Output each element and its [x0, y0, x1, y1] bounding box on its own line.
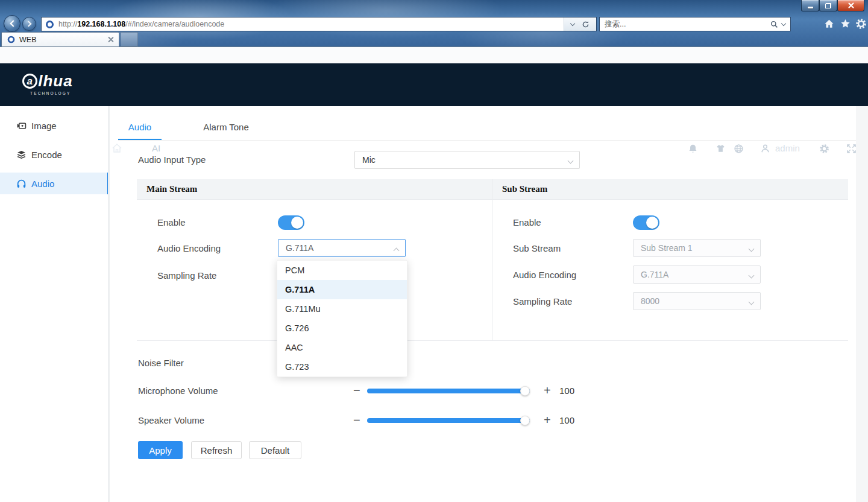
home-icon[interactable]: [823, 18, 835, 30]
sub-stream-label: Sub Stream: [513, 239, 561, 258]
search-input[interactable]: [605, 20, 770, 28]
dropdown-option-g711mu[interactable]: G.711Mu: [277, 299, 407, 319]
search-box: [599, 17, 791, 31]
sub-enable-label: Enable: [513, 213, 541, 232]
tab-bar-divider: [118, 140, 856, 141]
close-button[interactable]: [837, 0, 864, 11]
audio-input-type-select[interactable]: Mic: [354, 151, 580, 169]
speaker-volume-slider[interactable]: [367, 418, 530, 423]
sidebar-divider: [108, 106, 110, 502]
site-favicon-icon: [46, 21, 54, 28]
minimize-icon: [808, 7, 813, 8]
main-enable-label: Enable: [157, 213, 186, 232]
sidebar: Image Encode Audio: [0, 106, 108, 502]
address-dropdown-icon[interactable]: [570, 21, 575, 26]
default-button[interactable]: Default: [249, 441, 301, 459]
browser-chrome: http://192.168.1.108/#/index/camera/audi…: [0, 0, 868, 63]
forward-arrow-icon: [25, 21, 31, 27]
microphone-volume-label: Microphone Volume: [138, 381, 218, 401]
apply-button[interactable]: Apply: [138, 441, 183, 459]
main-audio-encoding-select[interactable]: G.711A: [278, 239, 406, 257]
new-tab-button[interactable]: [121, 32, 138, 46]
language-globe-icon[interactable]: [734, 144, 744, 154]
address-bar-controls: [564, 17, 596, 31]
settings-gear-icon[interactable]: [855, 18, 867, 30]
skin-theme-icon[interactable]: [715, 144, 726, 154]
speaker-volume-slider-knob[interactable]: [520, 416, 530, 425]
refresh-icon[interactable]: [582, 21, 590, 28]
dropdown-option-g726[interactable]: G.726: [277, 319, 407, 338]
minimize-button[interactable]: [801, 0, 819, 11]
alarm-bell-icon[interactable]: [688, 144, 698, 154]
right-gutter: [856, 106, 868, 502]
sidebar-item-encode[interactable]: Encode: [0, 144, 108, 165]
browser-tab[interactable]: WEB: [1, 32, 119, 46]
window-controls: [801, 0, 864, 11]
speaker-volume-label: Speaker Volume: [138, 411, 204, 430]
nav-home-icon[interactable]: [111, 142, 123, 154]
divider: [838, 143, 838, 154]
image-icon: [16, 121, 27, 131]
sub-sampling-rate-label: Sampling Rate: [513, 292, 572, 311]
tab-alarm-tone[interactable]: Alarm Tone: [193, 115, 259, 141]
speaker-volume-increase-button[interactable]: +: [544, 411, 551, 430]
chevron-up-icon: [394, 248, 400, 254]
tab-audio[interactable]: Audio: [118, 115, 162, 141]
tab-favicon-icon: [8, 36, 15, 43]
divider: [752, 143, 752, 154]
dropdown-option-aac[interactable]: AAC: [277, 338, 407, 357]
tab-title: WEB: [19, 36, 36, 44]
restore-button[interactable]: [819, 0, 837, 11]
main-audio-encoding-label: Audio Encoding: [157, 239, 221, 258]
panel-divider: [492, 179, 492, 341]
app-header: alhua TECHNOLOGY AI Camera admin: [0, 63, 868, 106]
main-enable-toggle[interactable]: [278, 215, 304, 230]
sidebar-item-image[interactable]: Image: [0, 115, 108, 136]
mic-volume-value: 100: [559, 381, 574, 401]
tab-close-icon[interactable]: [108, 37, 113, 42]
refresh-button[interactable]: Refresh: [191, 441, 242, 459]
noise-filter-label: Noise Filter: [138, 354, 184, 373]
dahua-logo: alhua TECHNOLOGY: [14, 72, 81, 95]
address-bar[interactable]: http://192.168.1.108/#/index/camera/audi…: [41, 17, 597, 31]
back-button[interactable]: [4, 15, 20, 32]
chevron-down-icon: [749, 299, 755, 305]
user-icon[interactable]: [760, 144, 770, 154]
divider: [706, 143, 707, 154]
url-text: http://192.168.1.108/#/index/camera/audi…: [58, 20, 224, 28]
sidebar-item-audio[interactable]: Audio: [0, 173, 108, 194]
fullscreen-icon[interactable]: [846, 144, 857, 154]
close-icon: [848, 2, 854, 8]
user-name[interactable]: admin: [775, 127, 800, 170]
dropdown-option-pcm[interactable]: PCM: [277, 261, 407, 280]
encode-icon: [16, 150, 27, 160]
mic-volume-increase-button[interactable]: +: [544, 381, 551, 401]
back-arrow-icon: [10, 20, 16, 27]
divider: [810, 143, 811, 154]
mic-volume-slider-knob[interactable]: [520, 386, 530, 396]
audio-encoding-dropdown: PCM G.711A G.711Mu G.726 AAC G.723: [277, 260, 407, 377]
chevron-down-icon: [749, 273, 755, 279]
sub-sampling-rate-select[interactable]: 8000: [633, 292, 761, 310]
main-sampling-rate-label: Sampling Rate: [157, 266, 216, 285]
sub-audio-encoding-label: Audio Encoding: [513, 265, 576, 285]
audio-input-type-label: Audio Input Type: [138, 150, 206, 170]
favorites-star-icon[interactable]: [840, 18, 851, 30]
sub-enable-toggle[interactable]: [633, 215, 659, 230]
header-gear-icon[interactable]: [819, 144, 829, 154]
main-stream-panel-header: Main Stream: [137, 179, 492, 200]
logo-subtitle: TECHNOLOGY: [14, 91, 81, 95]
dropdown-option-g711a[interactable]: G.711A: [277, 280, 407, 299]
sub-audio-encoding-select[interactable]: G.711A: [633, 265, 761, 284]
forward-button[interactable]: [22, 17, 36, 31]
audio-icon: [16, 179, 27, 189]
sub-stream-select[interactable]: Sub Stream 1: [633, 239, 761, 257]
chevron-down-icon: [568, 158, 574, 164]
favorites-bar: [0, 46, 868, 63]
mic-volume-slider[interactable]: [367, 389, 530, 393]
dropdown-option-g723[interactable]: G.723: [277, 357, 407, 376]
mic-volume-decrease-button[interactable]: −: [353, 381, 360, 401]
search-icon[interactable]: [770, 21, 778, 28]
search-dropdown-icon[interactable]: [781, 21, 786, 26]
speaker-volume-decrease-button[interactable]: −: [353, 411, 360, 430]
